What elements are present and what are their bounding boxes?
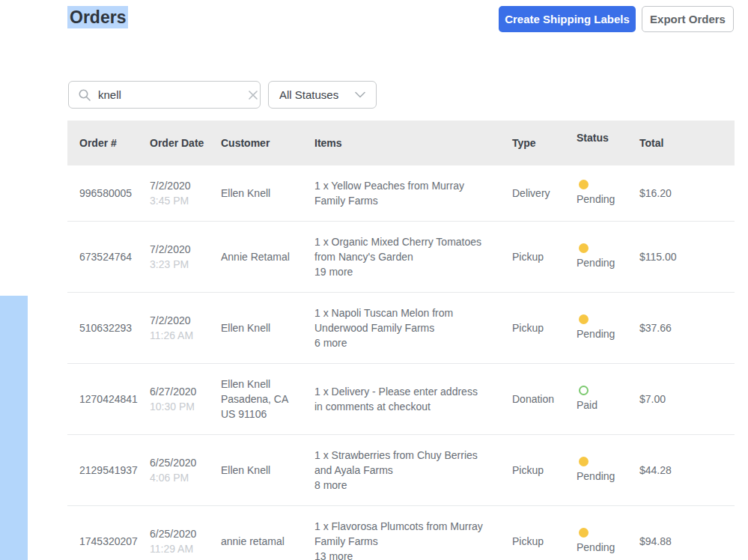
total-cell: $16.20 (639, 186, 735, 201)
status-label: Pending (577, 326, 615, 341)
clear-search-icon[interactable] (247, 89, 259, 101)
status-cell: Paid (577, 386, 639, 413)
order-search-box[interactable] (68, 81, 261, 109)
customer-cell: Ellen Knell (221, 320, 314, 335)
order-date-cell: 6/27/202010:30 PM (150, 384, 221, 414)
search-input[interactable] (98, 88, 247, 101)
customer-cell: Annie Retamal (221, 249, 314, 264)
order-date-cell: 6/25/202011:29 AM (150, 526, 221, 556)
order-date-cell: 6/25/20204:06 PM (150, 455, 221, 485)
order-number-cell: 510632293 (67, 320, 150, 335)
items-cell: 1 x Napoli Tuscan Melon from Underwood F… (314, 305, 512, 350)
export-orders-button[interactable]: Export Orders (642, 6, 734, 32)
order-number-cell: 673524764 (67, 249, 150, 264)
more-items-label: 19 more (314, 264, 487, 279)
items-cell: 1 x Strawberries from Chuy Berries and A… (314, 448, 512, 493)
order-number-cell: 2129541937 (67, 463, 150, 478)
status-label: Pending (577, 192, 615, 207)
type-cell: Pickup (512, 249, 577, 264)
page-title-text: Orders (67, 6, 128, 28)
page-title: Orders (67, 7, 128, 28)
more-items-label: 6 more (314, 335, 487, 350)
items-cell: 1 x Organic Mixed Cherry Tomatoes from N… (314, 234, 512, 279)
order-time: 11:26 AM (150, 328, 215, 343)
status-cell: Pending (577, 314, 639, 341)
order-time: 3:45 PM (150, 193, 215, 208)
status-filter-dropdown[interactable]: All Statuses (268, 81, 377, 109)
table-header-row: Order # Order Date Customer Items Type S… (67, 121, 735, 165)
total-cell: $94.88 (639, 534, 735, 549)
table-row[interactable]: 1745320207 6/25/202011:29 AM annie retam… (67, 506, 735, 560)
customer-cell: annie retamal (221, 534, 314, 549)
status-filter-value: All Statuses (279, 88, 338, 101)
search-icon (78, 88, 91, 102)
table-row[interactable]: 510632293 7/2/202011:26 AM Ellen Knell 1… (67, 293, 735, 364)
column-header-customer: Customer (221, 137, 314, 150)
type-cell: Pickup (512, 320, 577, 335)
more-items-label: 13 more (314, 549, 487, 560)
column-header-order-date: Order Date (150, 137, 221, 150)
total-cell: $37.66 (639, 320, 735, 335)
total-cell: $7.00 (639, 392, 735, 407)
type-cell: Pickup (512, 463, 577, 478)
order-date-cell: 7/2/202011:26 AM (150, 313, 221, 343)
status-dot-icon (579, 243, 589, 253)
table-row[interactable]: 2129541937 6/25/20204:06 PM Ellen Knell … (67, 435, 735, 506)
table-row[interactable]: 1270424841 6/27/202010:30 PM Ellen Knell… (67, 364, 735, 435)
status-label: Pending (577, 469, 615, 484)
left-selection-highlight-bar (0, 296, 28, 560)
column-header-type: Type (512, 137, 577, 150)
type-cell: Delivery (512, 186, 577, 201)
status-dot-icon (579, 180, 589, 189)
status-cell: Pending (577, 528, 639, 555)
order-time: 3:23 PM (150, 257, 215, 272)
orders-table: Order # Order Date Customer Items Type S… (67, 121, 735, 560)
table-row[interactable]: 996580005 7/2/20203:45 PM Ellen Knell 1 … (67, 165, 735, 222)
status-label: Pending (577, 255, 615, 270)
order-date-cell: 7/2/20203:45 PM (150, 178, 221, 208)
order-number-cell: 1270424841 (67, 392, 150, 407)
order-date-cell: 7/2/20203:23 PM (150, 242, 221, 272)
customer-cell: Ellen Knell (221, 186, 314, 201)
column-header-items: Items (314, 137, 512, 150)
total-cell: $44.28 (639, 463, 735, 478)
status-cell: Pending (577, 243, 639, 270)
status-label: Paid (577, 398, 598, 413)
items-cell: 1 x Flavorosa Plumcots from Murray Famil… (314, 519, 512, 560)
status-cell: Pending (577, 457, 639, 484)
more-items-label: 8 more (314, 478, 487, 493)
customer-cell: Ellen Knell (221, 463, 314, 478)
status-dot-icon (579, 314, 589, 324)
order-time: 11:29 AM (150, 541, 215, 556)
customer-cell: Ellen KnellPasadena, CAUS 91106 (221, 377, 314, 421)
type-cell: Pickup (512, 534, 577, 549)
column-header-status: Status (577, 137, 639, 150)
status-dot-icon (579, 528, 589, 538)
items-cell: 1 x Delivery - Please enter address in c… (314, 384, 512, 414)
order-number-cell: 996580005 (67, 186, 150, 201)
status-cell: Pending (577, 180, 639, 207)
status-dot-icon (579, 386, 589, 395)
status-label: Pending (577, 540, 615, 555)
column-header-total: Total (639, 137, 735, 150)
type-cell: Donation (512, 392, 577, 407)
status-dot-icon (579, 457, 589, 466)
total-cell: $115.00 (639, 249, 735, 264)
chevron-down-icon (355, 91, 365, 98)
order-time: 4:06 PM (150, 470, 215, 485)
table-row[interactable]: 673524764 7/2/20203:23 PM Annie Retamal … (67, 222, 735, 293)
column-header-order-number: Order # (67, 137, 150, 150)
order-time: 10:30 PM (150, 399, 215, 414)
create-shipping-labels-button[interactable]: Create Shipping Labels (499, 6, 636, 32)
order-number-cell: 1745320207 (67, 534, 150, 549)
items-cell: 1 x Yellow Peaches from Murray Family Fa… (314, 178, 512, 208)
